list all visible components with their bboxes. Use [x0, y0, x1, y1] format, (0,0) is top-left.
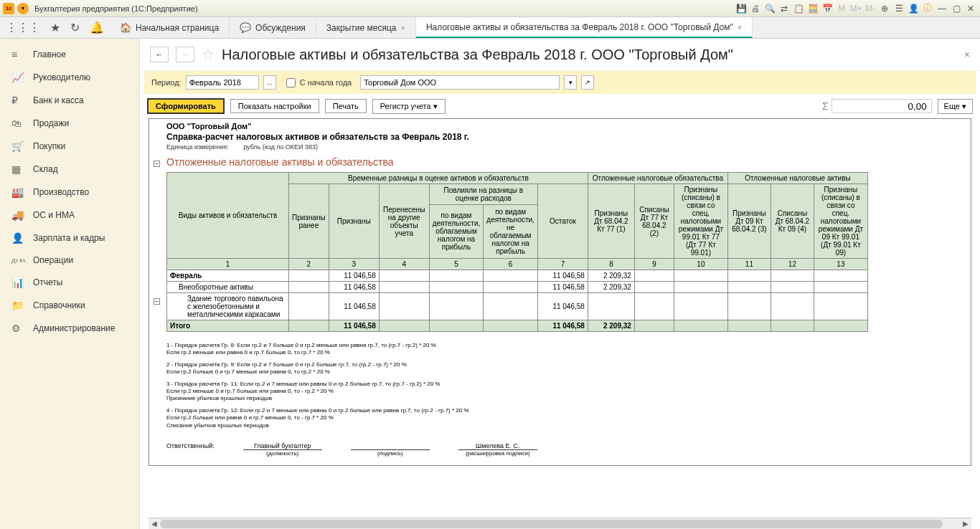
- org-dropdown-button[interactable]: ▾: [564, 75, 577, 90]
- sidebar-label: Отчеты: [33, 277, 62, 287]
- table-row[interactable]: Внеоборотные активы11 046,5811 046,582 2…: [167, 282, 868, 293]
- maximize-icon[interactable]: ▢: [950, 2, 963, 15]
- page-title: Налоговые активы и обязательства за Февр…: [222, 47, 733, 63]
- report-org: ООО "Торговый Дом": [166, 122, 965, 130]
- close-window-icon[interactable]: ✕: [964, 2, 977, 15]
- minimize-icon[interactable]: —: [936, 2, 948, 15]
- report-area[interactable]: − − ООО "Торговый Дом" Справка-расчет на…: [140, 118, 980, 518]
- sidebar-item-warehouse[interactable]: ▦Склад: [0, 158, 139, 181]
- titlebar: 1c ▾ Бухгалтерия предприятия (1С:Предпри…: [0, 0, 980, 17]
- scrollbar-thumb[interactable]: [160, 520, 943, 528]
- tab-discuss-label: Обсуждения: [255, 23, 306, 33]
- ruble-icon: ₽: [11, 95, 26, 106]
- zoom-list-icon[interactable]: ☰: [892, 2, 905, 15]
- preview-icon[interactable]: 🔍: [763, 2, 776, 15]
- since-year-label: С начала года: [300, 78, 352, 87]
- position-value: Главный бухгалтер: [243, 442, 322, 449]
- colnum: 2: [289, 259, 329, 270]
- titlebar-tools: 💾 🖨 🔍 ⇄ 📋 🧮 📅 M M+ M- ⊕ ☰ 👤 ⓘ — ▢ ✕: [735, 2, 977, 15]
- generate-button[interactable]: Сформировать: [147, 98, 225, 114]
- tree-toggle[interactable]: −: [154, 161, 160, 167]
- sidebar-label: Банк и касса: [33, 95, 84, 105]
- close-icon[interactable]: ×: [401, 24, 405, 32]
- sidebar-item-sales[interactable]: 🛍Продажи: [0, 112, 139, 135]
- sign-label: (подпись): [351, 450, 430, 457]
- zoom-in-icon[interactable]: ⊕: [878, 2, 891, 15]
- print-button[interactable]: Печать: [325, 99, 367, 113]
- favorite-star-icon[interactable]: ☆: [202, 46, 215, 63]
- report-title: Справка-расчет налоговых активов и обяза…: [166, 132, 965, 142]
- sidebar-item-main[interactable]: ≡Главное: [0, 43, 139, 66]
- tab-discuss[interactable]: 💬Обсуждения: [230, 17, 316, 38]
- apps-grid-icon[interactable]: ⋮⋮⋮: [6, 21, 40, 34]
- sidebar-item-bank[interactable]: ₽Банк и касса: [0, 89, 139, 112]
- truck-icon: 🚚: [11, 209, 26, 221]
- sidebar-item-admin[interactable]: ⚙Администрирование: [0, 317, 139, 340]
- name-value: Шмелева Е. С.: [458, 442, 537, 449]
- sidebar-item-manager[interactable]: 📈Руководителю: [0, 66, 139, 89]
- info-icon[interactable]: ⓘ: [921, 2, 934, 15]
- close-icon[interactable]: ×: [738, 23, 742, 32]
- more-button[interactable]: Еще ▾: [938, 99, 973, 114]
- colnum: 4: [379, 259, 429, 270]
- th-9: Списаны Дт 77 Кт 68.04.2 (2): [634, 184, 674, 259]
- colnum: 11: [727, 259, 771, 270]
- sidebar-item-assets[interactable]: 🚚ОС и НМА: [0, 204, 139, 227]
- tab-closing[interactable]: Закрытие месяца×: [316, 17, 416, 38]
- sidebar-item-purchases[interactable]: 🛒Покупки: [0, 135, 139, 158]
- app-logo-icon: 1c: [3, 3, 14, 14]
- user-icon[interactable]: 👤: [907, 2, 920, 15]
- horizontal-scrollbar[interactable]: ◀ ▶: [149, 518, 971, 529]
- period-picker-button[interactable]: ...: [263, 75, 276, 90]
- sidebar-label: Продажи: [33, 118, 69, 128]
- sidebar-item-catalogs[interactable]: 📁Справочники: [0, 294, 139, 317]
- calendar-icon[interactable]: 📅: [821, 2, 834, 15]
- sidebar-item-reports[interactable]: 📊Отчеты: [0, 271, 139, 294]
- copy-icon[interactable]: 📋: [792, 2, 805, 15]
- sidebar-label: Администрирование: [33, 323, 115, 333]
- register-button[interactable]: Регистр учета ▾: [372, 99, 446, 114]
- cart-icon: 🛒: [11, 140, 26, 152]
- sidebar-item-operations[interactable]: Дт КтОперации: [0, 249, 139, 271]
- table-row[interactable]: Февраль11 046,5811 046,582 209,32: [167, 270, 868, 282]
- show-settings-button[interactable]: Показать настройки: [230, 99, 319, 113]
- scroll-right-icon[interactable]: ▶: [960, 518, 971, 529]
- unit-value: рубль (код по ОКЕИ 383): [243, 143, 318, 151]
- period-input[interactable]: [186, 75, 259, 90]
- compare-icon[interactable]: ⇄: [778, 2, 791, 15]
- th-5: по видам деятельности, облагаемым налого…: [429, 204, 484, 258]
- notifications-icon[interactable]: 🔔: [90, 21, 104, 34]
- th-10: Признаны (списаны) в связи со спец. нало…: [674, 184, 727, 259]
- print-icon[interactable]: 🖨: [749, 2, 762, 15]
- sidebar: ≡Главное 📈Руководителю ₽Банк и касса 🛍Пр…: [0, 39, 140, 529]
- scroll-left-icon[interactable]: ◀: [149, 518, 160, 529]
- sidebar-item-production[interactable]: 🏭Производство: [0, 181, 139, 204]
- tab-home-label: Начальная страница: [136, 23, 219, 33]
- org-open-button[interactable]: ↗: [581, 75, 594, 90]
- tree-toggle[interactable]: −: [154, 298, 160, 305]
- sidebar-label: ОС и НМА: [33, 210, 75, 220]
- m-minus-icon[interactable]: M-: [864, 2, 877, 15]
- save-icon[interactable]: 💾: [735, 2, 748, 15]
- org-input[interactable]: [360, 75, 560, 90]
- sum-input[interactable]: [831, 99, 932, 113]
- forward-button[interactable]: →: [176, 47, 194, 62]
- tab-tax-report[interactable]: Налоговые активы и обязательства за Февр…: [416, 17, 753, 38]
- favorites-icon[interactable]: ★: [50, 21, 60, 34]
- back-button[interactable]: ←: [150, 47, 169, 62]
- history-icon[interactable]: ↻: [70, 21, 80, 34]
- tab-home[interactable]: 🏠Начальная страница: [110, 17, 230, 38]
- table-row[interactable]: Здание торгового павильона с железобетон…: [167, 293, 868, 320]
- app-menu-dropdown[interactable]: ▾: [17, 3, 29, 14]
- since-year-checkbox[interactable]: [286, 78, 296, 87]
- toolbar: Сформировать Показать настройки Печать Р…: [140, 94, 980, 118]
- sidebar-item-salary[interactable]: 👤Зарплата и кадры: [0, 227, 139, 249]
- m-plus-icon[interactable]: M+: [849, 2, 862, 15]
- tabsbar: ⋮⋮⋮ ★ ↻ 🔔 🏠Начальная страница 💬Обсуждени…: [0, 17, 980, 39]
- dtkkt-icon: Дт Кт: [11, 257, 26, 264]
- close-page-icon[interactable]: ×: [964, 49, 970, 60]
- th-grp-differences: Временные разницы в оценке активов и обя…: [289, 173, 588, 184]
- calc-icon[interactable]: 🧮: [806, 2, 819, 15]
- th-transferred: Перенесены на другие объекты учета: [379, 184, 429, 259]
- m-icon[interactable]: M: [835, 2, 848, 15]
